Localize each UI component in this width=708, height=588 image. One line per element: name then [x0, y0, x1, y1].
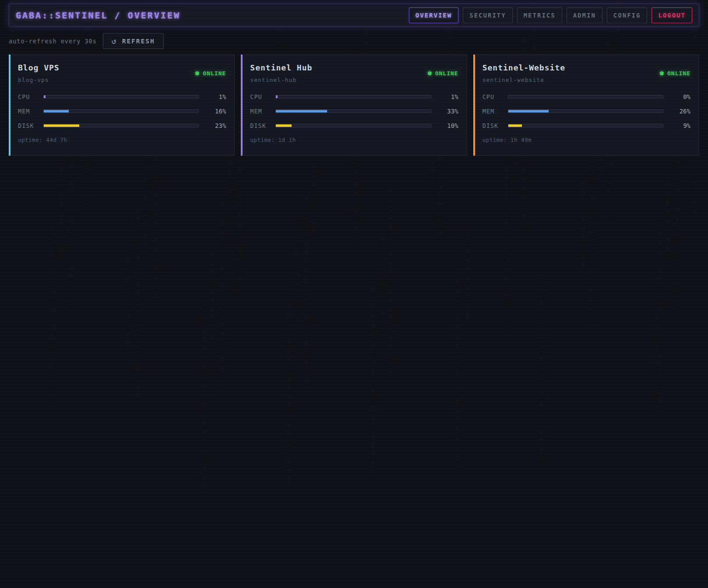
status-dot-icon: [660, 71, 664, 75]
auto-refresh-label: auto-refresh every 30s: [9, 38, 97, 45]
toolbar: auto-refresh every 30s ↺ REFRESH: [9, 33, 699, 49]
mem-progress-track: [275, 109, 431, 113]
server-name: Sentinel-Website: [483, 63, 565, 72]
cpu-label: CPU: [483, 93, 503, 100]
card-header: Sentinel Hub sentinel-hub ONLINE: [250, 63, 458, 83]
page: GABA::SENTINEL / OVERVIEW OVERVIEW SECUR…: [0, 0, 708, 156]
mem-progress-fill: [508, 110, 549, 113]
mem-metric-row: MEM 26%: [483, 107, 690, 116]
server-card-sentinel-website: Sentinel-Website sentinel-website ONLINE…: [473, 54, 699, 156]
mem-progress-track: [43, 109, 199, 113]
cpu-progress-track: [275, 95, 431, 99]
disk-progress-fill: [508, 124, 522, 127]
server-hostname: sentinel-hub: [250, 77, 312, 83]
disk-progress-fill: [44, 124, 79, 127]
card-header: Blog VPS blog-vps ONLINE: [18, 63, 226, 83]
disk-metric-row: DISK 9%: [483, 121, 690, 130]
disk-percent-value: 23%: [204, 122, 226, 129]
cpu-progress-fill: [44, 95, 46, 98]
mem-progress-fill: [276, 110, 327, 113]
tab-metrics[interactable]: METRICS: [517, 7, 562, 23]
server-hostname: blog-vps: [18, 77, 60, 83]
cpu-metric-row: CPU 1%: [250, 92, 458, 101]
mem-progress-fill: [44, 110, 69, 113]
metrics-list: CPU 1% MEM 16% DISK: [18, 92, 226, 130]
status-dot-icon: [195, 71, 199, 75]
disk-percent-value: 9%: [669, 122, 690, 129]
mem-percent-value: 33%: [437, 108, 458, 115]
server-identity: Sentinel-Website sentinel-website: [483, 63, 565, 83]
disk-metric-row: DISK 23%: [18, 121, 226, 130]
disk-label: DISK: [18, 122, 38, 129]
main-nav: OVERVIEW SECURITY METRICS ADMIN CONFIG L…: [409, 7, 692, 23]
disk-progress-fill: [276, 124, 291, 127]
status-badge: ONLINE: [660, 70, 690, 77]
card-header: Sentinel-Website sentinel-website ONLINE: [483, 63, 690, 83]
mem-percent-value: 26%: [669, 108, 690, 115]
server-name: Blog VPS: [18, 63, 60, 72]
mem-metric-row: MEM 33%: [250, 107, 458, 116]
disk-percent-value: 10%: [437, 122, 458, 129]
mem-percent-value: 16%: [204, 108, 226, 115]
uptime-label: uptime: 1h 49m: [483, 137, 690, 143]
server-card-sentinel-hub: Sentinel Hub sentinel-hub ONLINE CPU 1%: [241, 54, 467, 156]
mem-progress-track: [508, 109, 663, 113]
refresh-button[interactable]: ↺ REFRESH: [103, 33, 164, 49]
disk-progress-track: [43, 124, 199, 127]
refresh-button-label: REFRESH: [122, 38, 155, 45]
uptime-label: uptime: 44d 7h: [18, 137, 226, 143]
tab-overview[interactable]: OVERVIEW: [409, 7, 458, 23]
status-badge: ONLINE: [428, 70, 458, 77]
mem-label: MEM: [18, 108, 38, 115]
disk-label: DISK: [483, 122, 503, 129]
mem-label: MEM: [250, 108, 270, 115]
cpu-percent-value: 1%: [437, 93, 458, 100]
refresh-icon: ↺: [112, 37, 117, 45]
server-hostname: sentinel-website: [483, 77, 565, 83]
server-identity: Sentinel Hub sentinel-hub: [250, 63, 312, 83]
server-card-blog-vps: Blog VPS blog-vps ONLINE CPU 1% MEM: [9, 54, 235, 156]
server-identity: Blog VPS blog-vps: [18, 63, 60, 83]
tab-config[interactable]: CONFIG: [607, 7, 648, 23]
server-cards-grid: Blog VPS blog-vps ONLINE CPU 1% MEM: [9, 54, 699, 156]
disk-label: DISK: [250, 122, 270, 129]
disk-metric-row: DISK 10%: [250, 121, 458, 130]
mem-metric-row: MEM 16%: [18, 107, 226, 116]
status-label: ONLINE: [667, 70, 690, 77]
cpu-metric-row: CPU 0%: [483, 92, 690, 101]
disk-progress-track: [508, 124, 663, 127]
disk-progress-track: [275, 124, 431, 127]
cpu-metric-row: CPU 1%: [18, 92, 226, 101]
server-name: Sentinel Hub: [250, 63, 312, 72]
cpu-progress-fill: [276, 95, 278, 98]
uptime-label: uptime: 1d 1h: [250, 137, 458, 143]
cpu-percent-value: 1%: [204, 93, 226, 100]
cpu-progress-track: [508, 95, 663, 99]
status-label: ONLINE: [203, 70, 226, 77]
metrics-list: CPU 1% MEM 33% DISK: [250, 92, 458, 130]
tab-admin[interactable]: ADMIN: [567, 7, 602, 23]
tab-security[interactable]: SECURITY: [463, 7, 512, 23]
cpu-label: CPU: [250, 93, 270, 100]
cpu-percent-value: 0%: [669, 93, 690, 100]
status-badge: ONLINE: [195, 70, 226, 77]
cpu-progress-track: [43, 95, 199, 99]
logout-button[interactable]: LOGOUT: [652, 7, 692, 23]
cpu-label: CPU: [18, 93, 38, 100]
status-label: ONLINE: [435, 70, 458, 77]
header-bar: GABA::SENTINEL / OVERVIEW OVERVIEW SECUR…: [9, 4, 699, 27]
status-dot-icon: [428, 71, 432, 75]
app-title: GABA::SENTINEL / OVERVIEW: [16, 10, 180, 21]
mem-label: MEM: [483, 108, 503, 115]
metrics-list: CPU 0% MEM 26% DISK: [483, 92, 690, 130]
